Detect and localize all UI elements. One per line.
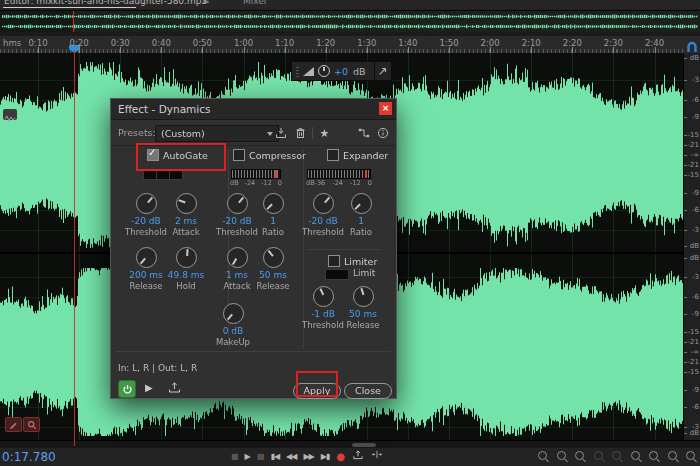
knob-dial[interactable] bbox=[223, 303, 244, 324]
ruler-db-label: -3 bbox=[684, 77, 699, 84]
knob-dial[interactable] bbox=[176, 193, 197, 214]
dialog-close-button[interactable]: × bbox=[379, 102, 392, 115]
limiter-checkbox[interactable] bbox=[328, 255, 340, 267]
hud-pin-button[interactable] bbox=[374, 61, 392, 81]
overview-waveform[interactable] bbox=[0, 11, 700, 32]
amplitude-ruler-left-channel[interactable]: dB-3-6-9-15-21-∞-21-15-9-6-3dB bbox=[683, 53, 700, 253]
io-channels-text: In: L, R | Out: L, R bbox=[118, 363, 197, 373]
knob-dial[interactable] bbox=[263, 193, 284, 214]
knob-dial[interactable] bbox=[353, 286, 374, 307]
zoom-in-amplitude-button[interactable] bbox=[667, 450, 679, 462]
favorite-star-icon[interactable]: ★ bbox=[317, 126, 332, 140]
overview-waveform-strip[interactable] bbox=[0, 10, 700, 33]
rewind-button[interactable]: ◀◀ bbox=[286, 449, 296, 465]
magnifier-icon bbox=[686, 451, 695, 460]
magnifier-icon bbox=[649, 451, 658, 460]
knob-dial[interactable] bbox=[136, 247, 157, 268]
hud-gain-value[interactable]: +0 bbox=[334, 66, 348, 77]
magnifier-icon bbox=[538, 451, 547, 460]
tab-mixer[interactable]: Mixer bbox=[243, 0, 268, 6]
gain-knob-icon[interactable] bbox=[318, 65, 330, 77]
expander-meter-labels: dB-36 -24 -12 0 bbox=[306, 179, 372, 187]
preview-play-button[interactable]: ▶ bbox=[145, 382, 153, 393]
amplitude-ruler-right-channel[interactable]: dB-3-6-9-15-21-∞-21-15-9-6-3dB bbox=[683, 253, 700, 440]
effect-power-button[interactable] bbox=[118, 380, 136, 398]
compressor-checkbox[interactable] bbox=[233, 149, 245, 161]
zoom-out-time-button[interactable] bbox=[556, 450, 568, 462]
playhead-line[interactable] bbox=[74, 50, 75, 446]
panel-tab-bar: Editor: mixkit-sun-and-his-daughter-580.… bbox=[0, 0, 700, 9]
knob-value[interactable]: 2 ms bbox=[160, 216, 212, 226]
info-icon[interactable] bbox=[375, 126, 390, 140]
limit-led bbox=[325, 269, 349, 280]
overlay-zoom-icon-button[interactable] bbox=[23, 417, 40, 432]
knob-dial[interactable] bbox=[176, 247, 197, 268]
knob-compressor-release: 50 ms Release bbox=[247, 247, 299, 291]
gain-hud[interactable]: +0dB bbox=[291, 61, 381, 81]
status-bar: 0:17.780 ■▶▮▮▮◀◀◀▶▶▶▮● bbox=[0, 448, 700, 466]
skip-to-start-button[interactable]: ▮◀ bbox=[271, 449, 280, 465]
ruler-db-label: -9 bbox=[684, 114, 699, 121]
knob-compressor-makeup: 0 dB MakeUp bbox=[207, 303, 259, 347]
expander-label: Expander bbox=[343, 150, 388, 161]
ruler-db-label: -6 bbox=[684, 294, 699, 301]
presets-dropdown[interactable]: (Custom) bbox=[155, 125, 279, 142]
knob-dial[interactable] bbox=[313, 286, 334, 307]
overlay-edit-icon-button[interactable] bbox=[5, 417, 22, 432]
routing-icon[interactable] bbox=[356, 126, 371, 140]
active-tab-underline bbox=[3, 7, 136, 8]
loop-playback-button[interactable] bbox=[352, 449, 364, 466]
presets-label: Presets: bbox=[118, 127, 156, 138]
ruler-db-label: -15 bbox=[684, 172, 699, 179]
timeline-ruler[interactable]: hms 0:100:200:300:400:501:001:101:201:30… bbox=[0, 36, 700, 54]
knob-value[interactable]: 0 dB bbox=[207, 326, 259, 336]
ruler-db-label: -15 bbox=[684, 369, 699, 376]
stop-button[interactable]: ■ bbox=[231, 449, 238, 465]
save-preset-icon[interactable] bbox=[273, 126, 288, 140]
preview-output-icon[interactable] bbox=[168, 381, 181, 396]
zoom-in-time-button[interactable] bbox=[537, 450, 549, 462]
knob-value[interactable]: 49.8 ms bbox=[160, 270, 212, 280]
limiter-checkbox-row: Limiter bbox=[328, 255, 377, 267]
knob-dial[interactable] bbox=[136, 193, 157, 214]
effect-dynamics-dialog: Effect - Dynamics × Presets: (Custom) ★ bbox=[110, 98, 397, 399]
pause-button[interactable]: ▮▮ bbox=[257, 449, 264, 465]
fast-forward-button[interactable]: ▶▶ bbox=[303, 449, 313, 465]
zoom-to-out-point-button[interactable] bbox=[648, 450, 660, 462]
knob-dial[interactable] bbox=[227, 193, 248, 214]
knob-dial[interactable] bbox=[313, 193, 334, 214]
knob-value[interactable]: 1 bbox=[335, 216, 387, 226]
ruler-db-label: -15 bbox=[684, 132, 699, 139]
hud-gain-unit: dB bbox=[353, 66, 366, 77]
close-button[interactable]: Close bbox=[344, 383, 392, 399]
limiter-label: Limiter bbox=[344, 256, 377, 267]
zoom-out-full-button[interactable] bbox=[593, 450, 605, 462]
panel-menu-icon[interactable]: ≡ bbox=[202, 0, 210, 6]
knob-value[interactable]: 50 ms bbox=[247, 270, 299, 280]
expander-checkbox[interactable] bbox=[327, 149, 339, 161]
delete-preset-icon[interactable] bbox=[293, 126, 308, 140]
tab-editor[interactable]: Editor: mixkit-sun-and-his-daughter-580.… bbox=[4, 0, 207, 6]
zoom-out-amplitude-button[interactable] bbox=[685, 450, 697, 462]
toolbar-separator bbox=[312, 127, 313, 139]
ruler-db-label: -∞ bbox=[684, 152, 699, 159]
knob-value[interactable]: 50 ms bbox=[337, 309, 389, 319]
zoom-in-full-button[interactable] bbox=[574, 450, 586, 462]
play-button[interactable]: ▶ bbox=[245, 449, 250, 465]
dialog-titlebar[interactable]: Effect - Dynamics × bbox=[111, 99, 396, 120]
time-display[interactable]: 0:17.780 bbox=[2, 450, 56, 464]
knob-compressor-ratio: 1 Ratio bbox=[247, 193, 299, 237]
knob-dial[interactable] bbox=[227, 247, 248, 268]
knob-value[interactable]: 1 bbox=[247, 216, 299, 226]
zoom-buttons bbox=[537, 450, 697, 462]
skip-selection-button[interactable] bbox=[371, 449, 383, 466]
knob-dial[interactable] bbox=[351, 193, 372, 214]
zoom-to-in-point-button[interactable] bbox=[630, 450, 642, 462]
hud-grip-icon[interactable] bbox=[296, 65, 299, 77]
knob-autogate-attack: 2 ms Attack bbox=[160, 193, 212, 237]
horizontal-zoom-scrollbar[interactable] bbox=[352, 443, 376, 447]
knob-dial[interactable] bbox=[263, 247, 284, 268]
skip-to-end-button[interactable]: ▶▮ bbox=[321, 449, 330, 465]
record-button[interactable]: ● bbox=[336, 449, 345, 465]
zoom-to-selection-button[interactable] bbox=[611, 450, 623, 462]
